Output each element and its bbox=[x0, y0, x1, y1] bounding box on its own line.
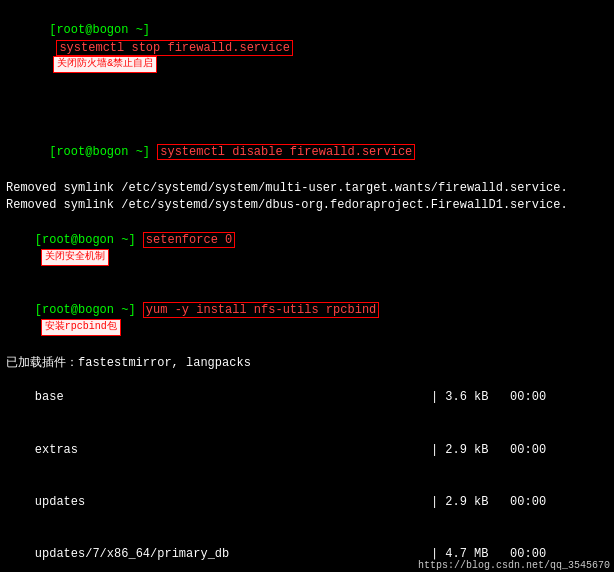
cmd-disable-firewall: systemctl disable firewalld.service bbox=[157, 144, 415, 160]
removed-1: Removed symlink /etc/systemd/system/mult… bbox=[6, 180, 608, 197]
cmd-setenforce: setenforce 0 bbox=[143, 232, 235, 248]
line-updates: updates | 2.9 kB 00:00 bbox=[6, 476, 608, 528]
section-firewall: [root@bogon ~] systemctl stop firewalld.… bbox=[6, 5, 608, 179]
annotation-selinux: 关闭安全机制 bbox=[41, 249, 109, 266]
prompt-4: [root@bogon ~] bbox=[35, 303, 136, 317]
terminal: [root@bogon ~] systemctl stop firewalld.… bbox=[0, 0, 614, 572]
prompt-2: [root@bogon ~] bbox=[49, 145, 150, 159]
prompt-3: [root@bogon ~] bbox=[35, 233, 136, 247]
url-text: https://blog.csdn.net/qq_3545670 bbox=[418, 560, 610, 571]
line-1: [root@bogon ~] systemctl stop firewalld.… bbox=[6, 5, 608, 127]
cmd-yum: yum -y install nfs-utils rpcbind bbox=[143, 302, 379, 318]
line-2: [root@bogon ~] systemctl disable firewal… bbox=[6, 127, 608, 179]
removed-2: Removed symlink /etc/systemd/system/dbus… bbox=[6, 197, 608, 214]
annotation-install: 安装rpcbind包 bbox=[41, 319, 121, 336]
annotation-firewall: 关闭防火墙&禁止自启 bbox=[53, 56, 157, 73]
prompt-1: [root@bogon ~] bbox=[49, 23, 150, 37]
line-plugin: 已加载插件：fastestmirror, langpacks bbox=[6, 355, 608, 372]
line-base: base | 3.6 kB 00:00 bbox=[6, 372, 608, 424]
line-yum: [root@bogon ~] yum -y install nfs-utils … bbox=[6, 285, 608, 355]
line-extras: extras | 2.9 kB 00:00 bbox=[6, 424, 608, 476]
cmd-stop-firewall: systemctl stop firewalld.service bbox=[56, 40, 292, 56]
url-bar: https://blog.csdn.net/qq_3545670 bbox=[414, 559, 614, 572]
line-setenforce: [root@bogon ~] setenforce 0 关闭安全机制 bbox=[6, 215, 608, 285]
